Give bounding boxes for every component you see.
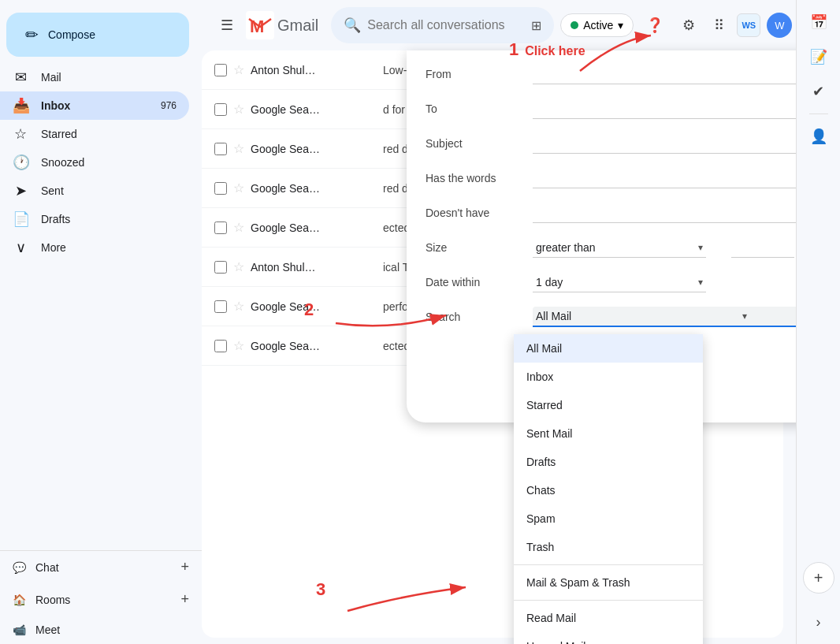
dropdown-option-spam[interactable]: Spam [514,504,703,533]
email-checkbox[interactable] [214,143,227,155]
sidebar-item-starred[interactable]: ☆ Starred [0,120,189,148]
email-checkbox[interactable] [214,300,227,313]
right-add-button[interactable]: + [803,562,834,594]
sidebar-item-rooms[interactable]: 🏠 Rooms + [0,583,202,616]
status-dot [571,21,578,29]
right-tasks-button[interactable]: ✔ [803,76,834,107]
status-button[interactable]: Active ▾ [560,13,634,37]
gmail-logo: M Gmail [246,11,318,39]
dropdown-option-inbox[interactable]: Inbox [514,363,703,391]
size-value-input[interactable] [731,238,794,258]
meet-icon: 📹 [13,624,26,636]
doesnt-have-input[interactable] [533,203,796,223]
date-arrow: ▾ [698,277,703,288]
star-button[interactable]: ☆ [233,102,244,117]
dropdown-option-unread-mail[interactable]: Unread Mail [514,632,703,644]
dropdown-option-mail-spam-trash[interactable]: Mail & Spam & Trash [514,568,703,597]
compose-button[interactable]: ✏ Compose [6,13,189,57]
sidebar-item-snoozed[interactable]: 🕐 Snoozed [0,148,189,177]
star-button[interactable]: ☆ [233,62,244,77]
avatar-label: W [775,20,784,32]
sidebar-item-more[interactable]: ∨ More [0,233,189,262]
doesnt-have-row: Doesn't have [407,195,796,230]
to-input[interactable] [533,99,796,119]
apps-icon: ⠿ [714,17,724,33]
right-expand-button[interactable]: › [803,606,834,638]
email-sender: Google Sea… [251,300,377,313]
star-button[interactable]: ☆ [233,338,244,353]
email-sender: Google Sea… [251,143,377,155]
subject-label: Subject [426,137,520,150]
has-words-input[interactable] [533,169,796,188]
wisestamp-logo[interactable]: WS [737,13,760,37]
dropdown-option-drafts[interactable]: Drafts [514,448,703,476]
search-in-selected: All Mail [536,310,742,322]
star-button[interactable]: ☆ [233,259,244,274]
star-button[interactable]: ☆ [233,141,244,156]
chat-add-icon[interactable]: + [180,559,189,575]
sidebar-item-chat[interactable]: 💬 Chat + [0,551,202,583]
snoozed-icon: 🕐 [13,154,28,171]
dropdown-option-sent-mail[interactable]: Sent Mail [514,419,703,448]
wisestamp-logo-badge: WS [737,13,760,37]
sidebar-item-drafts[interactable]: 📄 Drafts [0,205,189,233]
drafts-icon: 📄 [13,210,28,228]
email-sender: Google Sea… [251,103,377,116]
email-sender: Google Sea… [251,221,377,234]
search-bar[interactable]: 🔍 ⊞ [331,7,554,43]
settings-button[interactable]: ⚙ [676,10,701,40]
right-contacts-button[interactable]: 👤 [803,121,834,152]
search-dropdown-panel: From To Subject Has the words Doesn't ha… [407,50,796,423]
subject-input[interactable] [533,134,796,154]
date-select[interactable]: 1 day ▾ [533,273,706,292]
sidebar-item-mail[interactable]: ✉ Mail [0,63,189,91]
size-comparator-select[interactable]: greater than ▾ [533,238,706,258]
sidebar-item-sent[interactable]: ➤ Sent [0,177,189,205]
search-in-row: Search All Mail ▾ All Mail Inbox Starred… [407,300,796,334]
dropdown-option-read-mail[interactable]: Read Mail [514,604,703,632]
rooms-add-icon[interactable]: + [180,591,189,608]
right-notes-button[interactable]: 📝 [803,41,834,73]
from-row: From [407,57,796,91]
gmail-logo-svg: M [246,11,274,39]
dropdown-option-trash[interactable]: Trash [514,533,703,561]
search-in-arrow: ▾ [742,311,797,322]
sent-icon: ➤ [13,182,28,199]
apps-button[interactable]: ⠿ [708,10,730,40]
dropdown-option-all-mail[interactable]: All Mail [514,334,703,363]
email-checkbox[interactable] [214,182,227,195]
help-button[interactable]: ❓ [640,10,670,40]
right-calendar-button[interactable]: 📅 [803,6,834,38]
menu-button[interactable]: ☰ [214,10,240,40]
meet-label: Meet [35,624,60,636]
filter-icon[interactable]: ⊞ [531,18,541,33]
star-button[interactable]: ☆ [233,299,244,314]
user-avatar[interactable]: W [767,13,792,38]
search-in-dropdown-list: All Mail Inbox Starred Sent Mail Drafts … [514,334,703,644]
email-checkbox[interactable] [214,221,227,234]
contacts-icon: 👤 [810,128,827,145]
header-right: Active ▾ ❓ ⚙ ⠿ WS W [560,10,792,40]
search-input[interactable] [367,18,525,32]
email-checkbox[interactable] [214,340,227,352]
dropdown-option-starred[interactable]: Starred [514,391,703,419]
email-sender: Anton Shul… [251,261,377,274]
email-checkbox[interactable] [214,261,227,274]
help-icon: ❓ [646,17,663,33]
sidebar-item-inbox[interactable]: 📥 Inbox 976 [0,91,189,120]
sidebar-item-meet[interactable]: 📹 Meet [0,616,202,644]
to-row: To [407,91,796,126]
dropdown-option-chats[interactable]: Chats [514,476,703,504]
email-checkbox[interactable] [214,64,227,76]
sidebar-bottom: 💬 Chat + 🏠 Rooms + 📹 Meet [0,550,202,644]
right-sidebar: 📅 📝 ✔ 👤 + › [796,0,840,644]
inbox-badge: 976 [161,100,177,111]
email-checkbox[interactable] [214,103,227,116]
star-icon: ☆ [13,125,28,143]
star-button[interactable]: ☆ [233,181,244,195]
add-icon: + [814,569,823,587]
from-input[interactable] [533,65,796,84]
sidebar-item-more-label: More [41,241,177,254]
search-in-select[interactable]: All Mail ▾ [533,307,796,327]
star-button[interactable]: ☆ [233,220,244,235]
